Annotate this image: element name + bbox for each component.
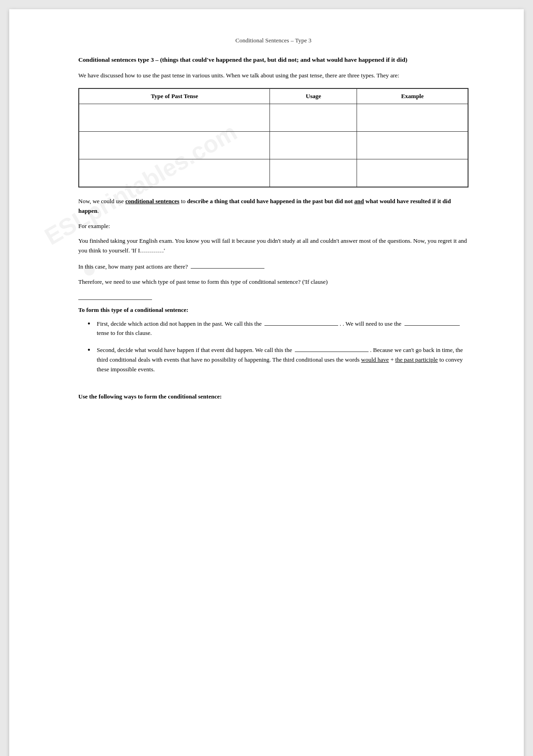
table-cell [357, 132, 468, 159]
table-cell [357, 104, 468, 132]
table-cell [270, 159, 357, 187]
table-cell [79, 104, 270, 132]
table-cell [357, 159, 468, 187]
blank-tense[interactable] [404, 318, 460, 326]
table-header-usage: Usage [270, 89, 357, 104]
page: ESLprintables.com • Conditional Sentence… [9, 9, 524, 756]
conditional-intro-paragraph: Now, we could use conditional sentences … [78, 197, 469, 216]
page-title: Conditional Sentences – Type 3 [78, 37, 469, 44]
bullet-list: First, decide which action did not happe… [88, 318, 469, 375]
table-row [79, 104, 468, 132]
table-header-type: Type of Past Tense [79, 89, 270, 104]
answer-blank-1[interactable] [191, 261, 264, 269]
bottom-section: Use the following ways to form the condi… [78, 393, 469, 400]
section-heading: Conditional sentences type 3 – (things t… [78, 55, 469, 64]
table-row [79, 159, 468, 187]
question1: In this case, how many past actions are … [78, 261, 469, 272]
bullet-item-1: First, decide which action did not happe… [88, 318, 469, 339]
table-row [79, 132, 468, 159]
example-paragraph: You finished taking your English exam. Y… [78, 236, 469, 256]
question2: Therefore, we need to use which type of … [78, 277, 469, 287]
for-example-label: For example: [78, 222, 469, 231]
intro-paragraph: We have discussed how to use the past te… [78, 71, 469, 81]
blank-if-clause-name[interactable] [264, 318, 338, 326]
table-cell [270, 132, 357, 159]
past-tense-table: Type of Past Tense Usage Example [78, 88, 469, 188]
table-cell [270, 104, 357, 132]
table-header-example: Example [357, 89, 468, 104]
blank-result-clause[interactable] [295, 345, 369, 352]
table-cell [79, 159, 270, 187]
bottom-heading: Use the following ways to form the condi… [78, 393, 469, 400]
table-cell [79, 132, 270, 159]
answer-line-q2[interactable] [78, 293, 152, 300]
to-form-heading: To form this type of a conditional sente… [78, 306, 469, 314]
bullet-item-2: Second, decide what would have happen if… [88, 345, 469, 374]
main-content: Conditional Sentences – Type 3 Condition… [78, 37, 469, 400]
